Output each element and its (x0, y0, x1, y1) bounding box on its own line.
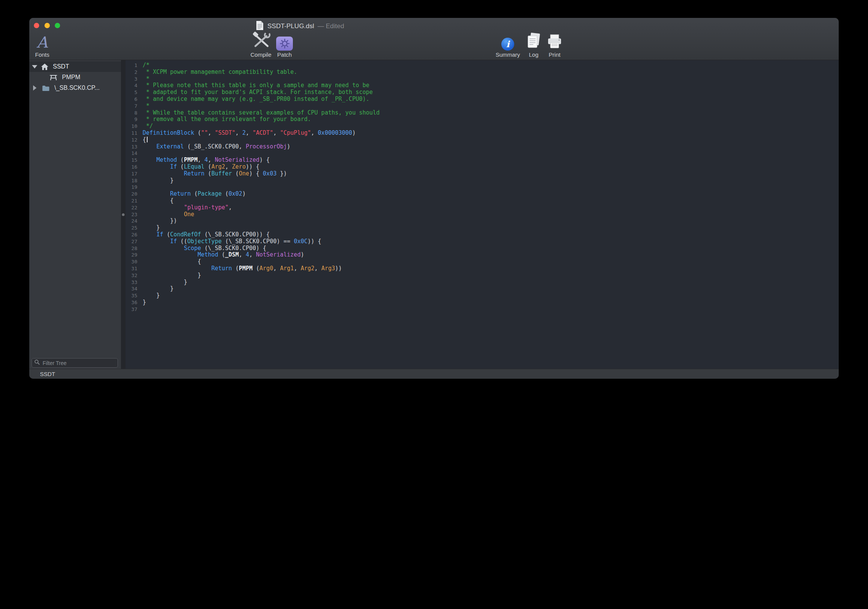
code-token: ( (232, 170, 239, 177)
compile-button[interactable]: Compile (250, 32, 271, 57)
code-token: 4 (205, 156, 208, 163)
code-line[interactable]: 24 }) (126, 218, 839, 225)
code-line[interactable]: 18 } (126, 177, 839, 184)
line-number: 24 (126, 218, 139, 225)
line-number: 1 (126, 62, 139, 69)
code-line[interactable]: 2 * XCPM power management compatibility … (126, 69, 839, 76)
line-number: 4 (126, 82, 139, 89)
tree-item-pmpm[interactable]: PMPM (29, 72, 121, 83)
code-line[interactable]: 1/* (126, 62, 839, 69)
code-line[interactable]: 31 Return (PMPM (Arg0, Arg1, Arg2, Arg3)… (126, 265, 839, 272)
code-line[interactable]: 22 "plugin-type", (126, 204, 839, 211)
fonts-button[interactable]: A Fonts (35, 32, 49, 57)
code-line[interactable]: 16 If (LEqual (Arg2, Zero)) { (126, 164, 839, 171)
code-token: (\_SB.SCK0.CP00)) { (201, 231, 270, 238)
code-token (143, 156, 156, 163)
code-line[interactable]: 4 * Please note that this table is only … (126, 82, 839, 89)
code-line[interactable]: 21 { (126, 198, 839, 204)
code-token: Method (156, 156, 177, 163)
code-token: , (311, 129, 318, 136)
code-line[interactable]: 14 (126, 150, 839, 157)
code-token: LEqual (184, 163, 204, 170)
code-line[interactable]: 26 If (CondRefOf (\_SB.SCK0.CP00)) { (126, 231, 839, 238)
line-number: 28 (126, 245, 139, 252)
minimize-button[interactable] (45, 23, 50, 28)
code-line[interactable]: 37 (126, 306, 839, 313)
window-header: SSDT-PLUG.dsl — Edited A Fonts (29, 18, 839, 60)
print-button[interactable]: Print (547, 32, 562, 57)
zoom-button[interactable] (55, 23, 60, 28)
code-token (143, 170, 184, 177)
code-token: } (143, 299, 146, 306)
sidebar-splitter[interactable] (121, 60, 126, 369)
log-button[interactable]: Log (526, 32, 541, 57)
code-token: If (156, 231, 163, 238)
code-line[interactable]: 9 * remove all the ones irrelevant for y… (126, 116, 839, 123)
code-token (143, 204, 184, 211)
line-number: 19 (126, 184, 139, 191)
code-line[interactable]: 29 Method (_DSM, 4, NotSerialized) (126, 252, 839, 258)
patch-gear-icon (276, 37, 293, 51)
close-button[interactable] (34, 23, 39, 28)
code-line[interactable]: 33 } (126, 279, 839, 286)
code-token: ( (191, 190, 197, 197)
code-line[interactable]: 32 } (126, 272, 839, 279)
code-token: ) (300, 251, 304, 258)
code-token: )) (335, 265, 342, 272)
code-token: 0x02 (229, 190, 242, 197)
line-number: 33 (126, 279, 139, 286)
code-token: { (143, 136, 146, 143)
code-line[interactable]: 15 Method (PMPM, 4, NotSerialized) { (126, 157, 839, 164)
code-line[interactable]: 36} (126, 299, 839, 306)
patch-button[interactable]: Patch (276, 32, 293, 57)
code-line[interactable]: 23 One (126, 211, 839, 218)
patch-label: Patch (277, 52, 292, 57)
code-token: Buffer (211, 170, 232, 177)
search-icon (34, 359, 40, 367)
line-number: 26 (126, 231, 139, 238)
code-line[interactable]: 6 * and device name may vary (e.g. _SB_.… (126, 96, 839, 103)
line-number: 25 (126, 225, 139, 231)
code-line[interactable]: 19 (126, 184, 839, 191)
disclosure-open-icon[interactable] (32, 65, 37, 69)
code-line[interactable]: 8 * While the table contains several exa… (126, 110, 839, 116)
code-line[interactable]: 5 * adapted to fit your board's ACPI sta… (126, 89, 839, 96)
window-content: SSDT PMPM (29, 60, 839, 369)
code-line[interactable]: 20 Return (Package (0x02) (126, 191, 839, 198)
filter-tree-input[interactable] (42, 360, 115, 367)
code-token: ( (205, 170, 211, 177)
code-token: 0x00003000 (318, 129, 352, 136)
code-line[interactable]: 13 External (_SB_.SCK0.CP00, ProcessorOb… (126, 143, 839, 150)
code-token: ( (218, 251, 225, 258)
code-line[interactable]: 3 * (126, 76, 839, 83)
code-line[interactable]: 12{ (126, 137, 839, 143)
code-line[interactable]: 28 Scope (\_SB.SCK0.CP00) { (126, 245, 839, 252)
code-line[interactable]: 17 Return (Buffer (One) { 0x03 }) (126, 171, 839, 177)
code-token (143, 251, 198, 258)
code-line[interactable]: 34 } (126, 285, 839, 292)
code-token: , (239, 251, 246, 258)
code-line[interactable]: 11DefinitionBlock ("", "SSDT", 2, "ACDT"… (126, 130, 839, 137)
ssdt-tree: SSDT PMPM (29, 60, 121, 93)
line-number: 37 (126, 306, 139, 313)
code-line[interactable]: 27 If ((ObjectType (\_SB.SCK0.CP00) == 0… (126, 238, 839, 245)
tree-item-sb-sck0[interactable]: \_SB.SCK0.CP... (29, 83, 121, 93)
code-line[interactable]: 7 * (126, 103, 839, 110)
disclosure-closed-icon[interactable] (33, 85, 37, 91)
line-number: 31 (126, 265, 139, 272)
code-token: "ACDT" (253, 129, 273, 136)
tree-item-ssdt[interactable]: SSDT (29, 61, 121, 72)
filter-tree-field[interactable] (32, 358, 118, 368)
code-editor[interactable]: 1/*2 * XCPM power management compatibili… (126, 60, 839, 369)
line-number: 10 (126, 123, 139, 130)
summary-button[interactable]: i Summary (496, 32, 520, 57)
code-line[interactable]: 25 } (126, 225, 839, 231)
code-token (143, 265, 211, 272)
code-line[interactable]: 30 { (126, 258, 839, 265)
code-line[interactable]: 35 } (126, 292, 839, 299)
tree-item-label: SSDT (53, 63, 69, 70)
split-handle-icon[interactable] (122, 214, 125, 216)
code-line[interactable]: 10 */ (126, 123, 839, 130)
code-token: External (156, 143, 184, 150)
code-token: Arg3 (321, 265, 335, 272)
